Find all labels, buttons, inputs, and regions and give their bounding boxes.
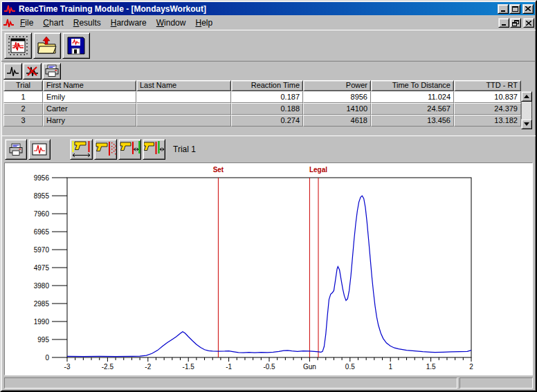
chart-view-button[interactable] xyxy=(28,139,51,160)
column-header[interactable]: Last Name xyxy=(136,80,231,91)
y-tick-label: 0 xyxy=(45,354,49,362)
status-bar xyxy=(1,375,536,391)
maximize-button[interactable] xyxy=(509,4,520,14)
table-cell[interactable]: Emily xyxy=(43,91,136,103)
table-row[interactable]: 3Harry0.274461813.45613.182 xyxy=(3,115,521,127)
table-cell[interactable]: 0.187 xyxy=(231,91,303,103)
print-results-button[interactable] xyxy=(42,63,61,80)
x-tick-label: -0.5 xyxy=(263,363,275,371)
table-cell[interactable]: 14100 xyxy=(303,103,371,115)
table-cell[interactable]: 1 xyxy=(3,91,43,103)
minimize-icon xyxy=(501,10,505,12)
status-panel-main xyxy=(4,377,457,389)
y-tick-label: 6965 xyxy=(34,228,50,236)
menu-bar: File Chart Results Hardware Window Help xyxy=(1,16,536,30)
window-title: ReacTime Training Module - [MondaysWorko… xyxy=(19,4,497,14)
table-row[interactable]: 2Carter0.1881410024.56724.379 xyxy=(3,103,521,115)
close-button[interactable] xyxy=(522,4,534,14)
zoom-gun-to-legal-button[interactable] xyxy=(118,139,141,160)
chart-waveform-icon xyxy=(31,142,48,156)
x-tick-label: -1 xyxy=(226,363,232,371)
scrollbar-track[interactable] xyxy=(521,102,532,119)
y-tick-label: 2985 xyxy=(34,300,50,308)
chart-panel: 0995199029853980497559706965796089559956… xyxy=(4,162,533,375)
table-cell[interactable]: 4618 xyxy=(303,115,371,127)
column-header[interactable]: Time To Distance xyxy=(371,80,454,91)
mdi-restore-button[interactable] xyxy=(510,18,521,28)
column-header[interactable]: TTD - RT xyxy=(454,80,521,91)
print-icon xyxy=(8,143,24,156)
minimize-button[interactable] xyxy=(498,4,509,14)
annotation-label: Set xyxy=(213,166,224,174)
scroll-down-button[interactable] xyxy=(521,119,532,129)
menu-window[interactable]: Window xyxy=(152,17,191,29)
x-tick-label: Gun xyxy=(303,363,316,371)
zoom-gun-flash-button[interactable] xyxy=(94,139,117,160)
table-cell[interactable]: 8956 xyxy=(303,91,371,103)
table-cell[interactable]: 10.837 xyxy=(454,91,521,103)
column-header[interactable]: First Name xyxy=(43,80,136,91)
menu-file[interactable]: File xyxy=(15,17,38,29)
table-cell[interactable]: 3 xyxy=(3,115,43,127)
table-cell[interactable]: 2 xyxy=(3,103,43,115)
mdi-close-button[interactable] xyxy=(523,18,534,28)
table-cell[interactable]: 0.188 xyxy=(231,103,303,115)
y-tick-label: 8955 xyxy=(34,192,50,200)
column-header[interactable]: Power xyxy=(303,80,371,91)
new-session-button[interactable] xyxy=(4,32,32,59)
column-header[interactable]: Trial xyxy=(3,80,43,91)
table-cell[interactable]: Harry xyxy=(43,115,136,127)
y-tick-label: 3980 xyxy=(34,282,50,290)
table-body: 1Emily0.187895611.02410.8372Carter0.1881… xyxy=(3,91,521,127)
zoom-full-range-button[interactable] xyxy=(70,139,93,160)
table-header-row: TrialFirst NameLast NameReaction TimePow… xyxy=(3,80,521,91)
y-tick-label: 5970 xyxy=(34,246,50,254)
mdi-restore-icon xyxy=(512,20,519,26)
zoom-legal-button[interactable] xyxy=(143,139,165,160)
save-file-button[interactable] xyxy=(62,32,90,59)
mdi-minimize-button[interactable] xyxy=(498,18,509,28)
delete-waveform-icon xyxy=(25,65,39,77)
table-cell[interactable] xyxy=(136,103,231,115)
table-cell[interactable] xyxy=(136,91,231,103)
force-time-chart: 0995199029853980497559706965796089559956… xyxy=(5,163,533,375)
table-cell[interactable]: 0.274 xyxy=(231,115,303,127)
results-grid: TrialFirst NameLast NameReaction TimePow… xyxy=(3,80,521,129)
menu-help[interactable]: Help xyxy=(190,17,217,29)
delete-trial-button[interactable] xyxy=(23,63,42,80)
x-tick-label: -1.5 xyxy=(183,363,195,371)
mdi-minimize-icon xyxy=(502,24,506,26)
mdi-close-icon xyxy=(526,21,531,26)
table-row[interactable]: 1Emily0.187895611.02410.837 xyxy=(3,91,521,103)
print-icon xyxy=(44,64,60,77)
table-cell[interactable]: Carter xyxy=(43,103,136,115)
y-tick-label: 1990 xyxy=(34,318,50,326)
y-tick-label: 995 xyxy=(37,336,49,344)
table-cell[interactable]: 24.379 xyxy=(454,103,521,115)
results-section: TrialFirst NameLast NameReaction TimePow… xyxy=(1,61,536,136)
show-waveform-button[interactable] xyxy=(3,63,22,80)
gun-full-range-icon xyxy=(71,140,92,158)
table-scrollbar[interactable] xyxy=(521,91,532,129)
menu-results[interactable]: Results xyxy=(69,17,106,29)
gun-flash-icon xyxy=(95,140,116,158)
table-cell[interactable]: 24.567 xyxy=(371,103,454,115)
maximize-icon xyxy=(512,6,518,12)
table-cell[interactable] xyxy=(136,115,231,127)
y-tick-label: 9956 xyxy=(34,174,50,182)
menu-hardware[interactable]: Hardware xyxy=(106,17,152,29)
print-chart-button[interactable] xyxy=(5,139,27,160)
table-cell[interactable]: 13.182 xyxy=(454,115,521,127)
open-folder-icon xyxy=(37,36,57,55)
menu-chart[interactable]: Chart xyxy=(38,17,68,29)
table-cell[interactable]: 11.024 xyxy=(371,91,454,103)
x-tick-label: -2 xyxy=(145,363,151,371)
scroll-up-button[interactable] xyxy=(521,91,532,102)
app-logo-waveform-icon xyxy=(3,4,16,14)
column-header[interactable]: Reaction Time xyxy=(231,80,303,91)
x-tick-label: 2 xyxy=(469,363,473,371)
document-waveform-icon xyxy=(3,18,15,28)
open-file-button[interactable] xyxy=(33,32,61,59)
table-cell[interactable]: 13.456 xyxy=(371,115,454,127)
main-toolbar xyxy=(1,30,536,61)
